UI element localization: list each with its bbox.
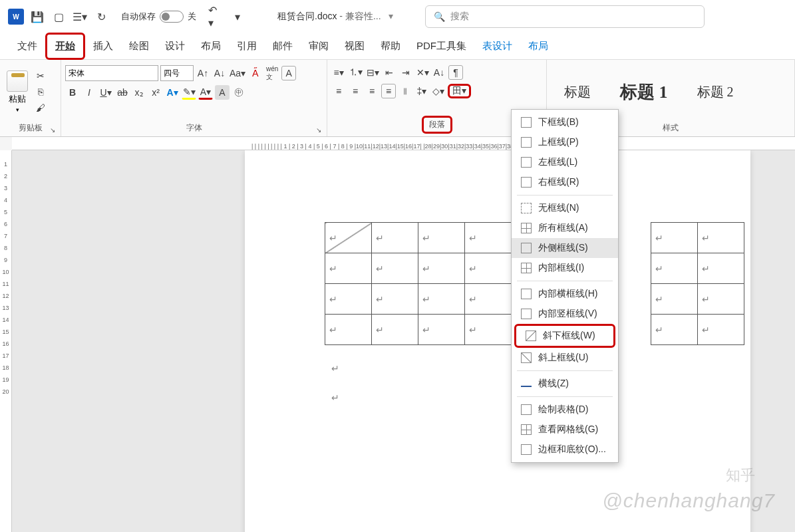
border-inside-h-item[interactable]: 内部横框线(H): [512, 284, 618, 304]
table-cell[interactable]: ↵: [372, 284, 418, 315]
bold-button[interactable]: B: [65, 85, 80, 100]
draw-table-item[interactable]: 绘制表格(D): [512, 400, 618, 420]
char-border-button[interactable]: A: [281, 66, 296, 80]
table-cell[interactable]: ↵: [372, 315, 418, 345]
tab-table-design[interactable]: 表设计: [474, 35, 520, 58]
style-heading2[interactable]: 标题 2: [684, 79, 747, 105]
page[interactable]: ↵↵↵↵↵↵ ↵↵↵↵↵↵ ↵↵↵↵↵↵ ↵↵↵↵↵↵ ↵ ↵: [245, 150, 750, 532]
enclose-char-button[interactable]: ㊥: [232, 85, 246, 100]
border-all-item[interactable]: 所有框线(A): [512, 218, 618, 238]
undo-button[interactable]: ↶ ▾: [208, 9, 224, 25]
superscript-button[interactable]: x²: [148, 85, 163, 100]
change-case-button[interactable]: Aa▾: [229, 66, 246, 80]
strike-button[interactable]: ab: [115, 85, 130, 100]
redo-button[interactable]: ▾: [230, 9, 245, 25]
asian-layout-button[interactable]: ✕▾: [415, 65, 430, 80]
align-left-button[interactable]: ≡: [331, 84, 346, 98]
multilevel-button[interactable]: ⊟▾: [365, 65, 380, 80]
table-cell[interactable]: ↵: [465, 253, 512, 284]
border-outside-item[interactable]: 外侧框线(S): [512, 238, 618, 258]
border-none-item[interactable]: 无框线(N): [512, 198, 618, 218]
present-icon[interactable]: ▢: [51, 9, 67, 25]
table-cell[interactable]: ↵: [418, 253, 465, 284]
table-cell[interactable]: ↵: [418, 223, 465, 253]
highlight-button[interactable]: ✎▾: [182, 85, 196, 100]
border-inside-item[interactable]: 内部框线(I): [512, 258, 618, 278]
border-top-item[interactable]: 上框线(P): [512, 132, 618, 152]
copy-button[interactable]: ⎘: [33, 84, 48, 99]
search-box[interactable]: 🔍 搜索: [425, 5, 705, 28]
table-cell[interactable]: ↵: [325, 315, 372, 345]
tab-layout[interactable]: 布局: [193, 35, 229, 58]
tab-file[interactable]: 文件: [9, 35, 45, 58]
format-painter-button[interactable]: 🖌: [33, 100, 48, 115]
table-cell[interactable]: ↵: [698, 284, 744, 315]
vertical-ruler[interactable]: 1234567891011121314151617181920: [0, 150, 12, 532]
border-right-item[interactable]: 右框线(R): [512, 172, 618, 192]
launcher-icon[interactable]: ↘: [316, 126, 321, 134]
tab-design[interactable]: 设计: [157, 35, 193, 58]
tab-help[interactable]: 帮助: [373, 35, 408, 58]
table-cell[interactable]: ↵: [372, 223, 418, 253]
table-cell[interactable]: ↵: [325, 253, 372, 284]
border-bottom-item[interactable]: 下框线(B): [512, 112, 618, 132]
view-gridlines-item[interactable]: 查看网格线(G): [512, 420, 618, 440]
sync-icon[interactable]: ↻: [93, 9, 109, 25]
italic-button[interactable]: I: [82, 85, 96, 100]
table-cell[interactable]: ↵: [325, 284, 372, 315]
clear-format-button[interactable]: A: [215, 85, 230, 100]
table-cell[interactable]: ↵: [465, 223, 512, 253]
table-cell-diag[interactable]: ↵: [325, 223, 372, 253]
toggle-switch[interactable]: [160, 11, 184, 23]
underline-button[interactable]: U▾: [98, 85, 113, 100]
launcher-icon[interactable]: ↘: [50, 126, 55, 134]
shading-button[interactable]: ◇▾: [431, 84, 446, 98]
tab-pdf[interactable]: PDF工具集: [408, 35, 474, 58]
table-cell[interactable]: ↵: [372, 253, 418, 284]
tab-review[interactable]: 审阅: [301, 35, 337, 58]
horizontal-line-item[interactable]: 横线(Z): [512, 374, 618, 394]
tab-table-layout[interactable]: 布局: [520, 35, 556, 58]
tab-references[interactable]: 引用: [229, 35, 265, 58]
font-name-select[interactable]: [65, 65, 158, 81]
font-size-select[interactable]: [160, 65, 194, 81]
numbering-button[interactable]: ⒈▾: [348, 65, 363, 80]
decrease-indent-button[interactable]: ⇤: [382, 65, 397, 80]
horizontal-ruler[interactable]: | | | | | | | | | | 1 | 2 | 3 | 4 | 5 | …: [12, 137, 795, 150]
table-cell[interactable]: ↵: [651, 223, 698, 253]
shrink-font-button[interactable]: A↓: [212, 66, 227, 80]
sort-button[interactable]: A↓: [432, 65, 446, 80]
show-marks-button[interactable]: ¶: [448, 65, 463, 80]
tab-home[interactable]: 开始: [45, 33, 85, 60]
table-cell[interactable]: ↵: [465, 284, 512, 315]
tab-view[interactable]: 视图: [337, 35, 373, 58]
tab-mailings[interactable]: 邮件: [265, 35, 301, 58]
border-diag-down-item[interactable]: 斜下框线(W): [514, 324, 615, 348]
justify-button[interactable]: ≡: [381, 84, 396, 98]
table-cell[interactable]: ↵: [418, 284, 465, 315]
border-left-item[interactable]: 左框线(L): [512, 152, 618, 172]
tab-insert[interactable]: 插入: [85, 35, 121, 58]
table-cell[interactable]: ↵: [651, 253, 698, 284]
border-inside-v-item[interactable]: 内部竖框线(V): [512, 304, 618, 324]
table-cell[interactable]: ↵: [418, 315, 465, 345]
save-icon[interactable]: 💾: [29, 9, 45, 25]
borders-shading-item[interactable]: 边框和底纹(O)...: [512, 440, 618, 460]
font-color-button[interactable]: A▾: [198, 85, 213, 100]
table-cell[interactable]: ↵: [698, 315, 744, 345]
list-icon[interactable]: ☰▾: [72, 9, 88, 25]
autosave-toggle[interactable]: 自动保存 关: [121, 11, 196, 23]
table-cell[interactable]: ↵: [651, 315, 698, 345]
subscript-button[interactable]: x₂: [132, 85, 146, 100]
style-heading1[interactable]: 标题 1: [607, 76, 681, 108]
pinyin-button[interactable]: wén文: [265, 66, 279, 80]
document-area[interactable]: ↵↵↵↵↵↵ ↵↵↵↵↵↵ ↵↵↵↵↵↵ ↵↵↵↵↵↵ ↵ ↵: [12, 150, 795, 532]
table-cell[interactable]: ↵: [698, 253, 744, 284]
align-center-button[interactable]: ≡: [348, 84, 363, 98]
table-cell[interactable]: ↵: [698, 223, 744, 253]
bullets-button[interactable]: ≡▾: [331, 65, 346, 80]
line-spacing-button[interactable]: ‡▾: [414, 84, 429, 98]
cut-button[interactable]: ✂: [33, 68, 48, 83]
text-effects-button[interactable]: A▾: [165, 85, 180, 100]
border-diag-up-item[interactable]: 斜上框线(U): [512, 348, 618, 368]
